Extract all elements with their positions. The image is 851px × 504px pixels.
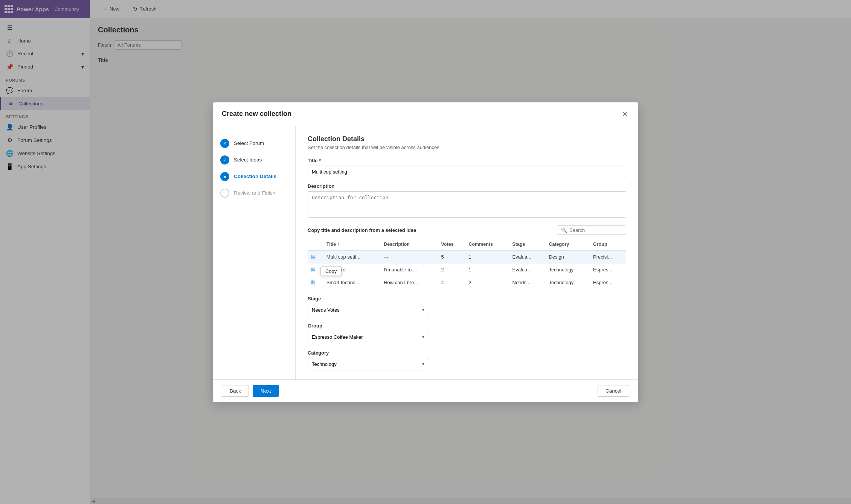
tooltip-popup: ⎘ Copy xyxy=(311,266,315,273)
modal-title: Create new collection xyxy=(222,110,291,118)
row-category-cell: Design xyxy=(545,250,589,263)
group-select[interactable]: Espresso Coffee Maker Precision Brewer A… xyxy=(308,331,428,343)
search-box: 🔍 xyxy=(557,225,626,235)
step-label-collection-details: Collection Details xyxy=(234,174,276,179)
title-input[interactable] xyxy=(308,166,626,178)
row-votes-cell: 4 xyxy=(438,276,465,289)
row-description-cell: How can I bre... xyxy=(380,276,437,289)
stage-select-wrapper: Needs Votes Under Review Evaluating Comp… xyxy=(308,304,428,316)
category-label: Category xyxy=(308,350,626,356)
footer-left: Back Next xyxy=(222,385,279,397)
row-stage-cell: Evalua... xyxy=(509,250,545,263)
category-select-wrapper: Technology Design Feature Request Bug ▾ xyxy=(308,358,428,370)
table-row: ⎘ Smart technol... How can I bre... 4 2 … xyxy=(308,276,626,289)
th-stage: Stage xyxy=(509,239,545,250)
th-votes: Votes xyxy=(438,239,465,250)
th-group: Group xyxy=(589,239,626,250)
description-field-group: Description xyxy=(308,183,626,219)
footer-right: Cancel xyxy=(598,385,629,397)
cancel-button[interactable]: Cancel xyxy=(598,385,629,397)
row-votes-cell: 5 xyxy=(438,250,465,263)
row-group-cell: Espres... xyxy=(589,276,626,289)
row-copy-cell: ⎘ xyxy=(308,276,323,289)
row-copy-cell: ⎘ xyxy=(308,250,323,263)
copy-icon[interactable]: ⎘ xyxy=(311,254,315,260)
row-comments-cell: 1 xyxy=(465,250,508,263)
table-row: ⎘ Multi cup setti... --- 5 1 Evalua... D… xyxy=(308,250,626,263)
row-category-cell: Technology xyxy=(545,276,589,289)
stage-field-group: Stage Needs Votes Under Review Evaluatin… xyxy=(308,296,626,316)
step-label-select-ideas: Select Ideas xyxy=(234,157,262,163)
back-button[interactable]: Back xyxy=(222,385,249,397)
row-group-cell: Espres... xyxy=(589,263,626,276)
group-select-wrapper: Espresso Coffee Maker Precision Brewer A… xyxy=(308,331,428,343)
stage-select[interactable]: Needs Votes Under Review Evaluating Comp… xyxy=(308,304,428,316)
step-review-finish: Review and Finish xyxy=(220,185,288,201)
stage-label: Stage xyxy=(308,296,626,301)
copy-icon[interactable]: ⎘ xyxy=(311,266,315,273)
search-input[interactable] xyxy=(569,227,622,233)
step-select-forum: ✓ Select Forum xyxy=(220,135,288,152)
row-category-cell: Technology xyxy=(545,263,589,276)
th-description: Description xyxy=(380,239,437,250)
step-label-review-finish: Review and Finish xyxy=(234,190,275,196)
copy-row: Copy title and description from a select… xyxy=(308,225,626,235)
modal-steps: ✓ Select Forum ✓ Select Ideas ● Collecti… xyxy=(213,126,296,379)
step-circle-collection-details: ● xyxy=(220,172,229,181)
th-copy xyxy=(308,239,323,250)
section-title: Collection Details xyxy=(308,135,626,143)
group-label: Group xyxy=(308,323,626,329)
modal-footer: Back Next Cancel xyxy=(213,379,638,402)
modal-content: Collection Details Set the collection de… xyxy=(296,126,638,379)
ideas-table-body: ⎘ Multi cup setti... --- 5 1 Evalua... D… xyxy=(308,250,626,289)
th-title: Title ↑ xyxy=(323,239,380,250)
row-comments-cell: 2 xyxy=(465,276,508,289)
category-field-group: Category Technology Design Feature Reque… xyxy=(308,350,626,370)
description-textarea[interactable] xyxy=(308,191,626,218)
modal-body: ✓ Select Forum ✓ Select Ideas ● Collecti… xyxy=(213,126,638,379)
step-circle-review-finish xyxy=(220,189,229,198)
step-circle-select-forum: ✓ xyxy=(220,139,229,148)
next-button[interactable]: Next xyxy=(253,385,279,397)
copy-tooltip: Copy xyxy=(320,266,342,276)
row-group-cell: Precisi... xyxy=(589,250,626,263)
row-stage-cell: Needs... xyxy=(509,276,545,289)
th-comments: Comments xyxy=(465,239,508,250)
row-comments-cell: 1 xyxy=(465,263,508,276)
copy-icon[interactable]: ⎘ xyxy=(311,279,315,286)
table-header-row: Title ↑ Description Votes Comments Stage… xyxy=(308,239,626,250)
modal-overlay: Create new collection ✕ ✓ Select Forum ✓… xyxy=(0,0,851,504)
section-subtitle: Set the collection details that will be … xyxy=(308,145,626,150)
th-category: Category xyxy=(545,239,589,250)
modal-close-button[interactable]: ✕ xyxy=(621,108,629,120)
group-field-group: Group Espresso Coffee Maker Precision Br… xyxy=(308,323,626,343)
row-votes-cell: 2 xyxy=(438,263,465,276)
step-label-select-forum: Select Forum xyxy=(234,140,264,146)
description-field-label: Description xyxy=(308,183,626,189)
step-circle-select-ideas: ✓ xyxy=(220,155,229,164)
row-description-cell: I'm unable to ... xyxy=(380,263,437,276)
category-select[interactable]: Technology Design Feature Request Bug xyxy=(308,358,428,370)
step-select-ideas: ✓ Select Ideas xyxy=(220,152,288,168)
ideas-table-head: Title ↑ Description Votes Comments Stage… xyxy=(308,239,626,250)
modal-header: Create new collection ✕ xyxy=(213,102,638,126)
row-description-cell: --- xyxy=(380,250,437,263)
row-stage-cell: Evalua... xyxy=(509,263,545,276)
step-collection-details: ● Collection Details xyxy=(220,168,288,185)
title-field-group: Title xyxy=(308,158,626,178)
table-row: ⎘ Copy te control I'm unable to ... 2 1 … xyxy=(308,263,626,276)
search-icon: 🔍 xyxy=(561,227,567,233)
row-title-cell: Smart technol... xyxy=(323,276,380,289)
title-field-label: Title xyxy=(308,158,626,163)
ideas-table: Title ↑ Description Votes Comments Stage… xyxy=(308,239,626,289)
row-title-cell: Multi cup setti... xyxy=(323,250,380,263)
row-copy-cell: ⎘ Copy xyxy=(308,263,323,276)
modal: Create new collection ✕ ✓ Select Forum ✓… xyxy=(213,102,638,402)
copy-row-label: Copy title and description from a select… xyxy=(308,227,416,233)
